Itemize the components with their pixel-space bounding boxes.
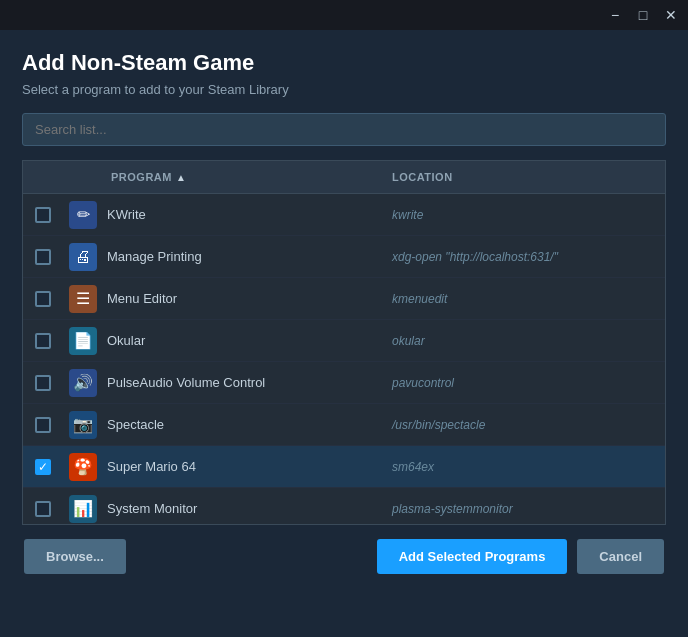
row-location: sm64ex — [384, 452, 665, 482]
row-checkbox-cell: ✓ — [23, 459, 63, 475]
app-icon: 🍄 — [69, 453, 97, 481]
row-location: kmenuedit — [384, 284, 665, 314]
table-row[interactable]: ✏ KWrite kwrite — [23, 194, 665, 236]
footer-right: Add Selected Programs Cancel — [377, 539, 664, 574]
close-button[interactable]: ✕ — [658, 4, 684, 26]
row-name: KWrite — [103, 199, 384, 230]
cancel-button[interactable]: Cancel — [577, 539, 664, 574]
col-icon — [63, 161, 103, 193]
col-program: PROGRAM ▲ — [103, 161, 384, 193]
dialog-title: Add Non-Steam Game — [22, 50, 666, 76]
row-checkbox[interactable]: ✓ — [35, 459, 51, 475]
app-icon: ☰ — [69, 285, 97, 313]
row-location: pavucontrol — [384, 368, 665, 398]
sort-arrow-icon: ▲ — [176, 172, 186, 183]
row-checkbox[interactable] — [35, 207, 51, 223]
app-icon: ✏ — [69, 201, 97, 229]
row-checkbox-cell — [23, 417, 63, 433]
col-location: LOCATION — [384, 161, 665, 193]
row-checkbox[interactable] — [35, 291, 51, 307]
minimize-button[interactable]: − — [602, 4, 628, 26]
app-icon: 🔊 — [69, 369, 97, 397]
row-checkbox[interactable] — [35, 249, 51, 265]
row-location: /usr/bin/spectacle — [384, 410, 665, 440]
row-icon-cell: 📷 — [63, 411, 103, 439]
row-checkbox[interactable] — [35, 501, 51, 517]
table-row[interactable]: 🖨 Manage Printing xdg-open "http://local… — [23, 236, 665, 278]
title-bar: − □ ✕ — [0, 0, 688, 30]
row-checkbox[interactable] — [35, 333, 51, 349]
row-icon-cell: 🖨 — [63, 243, 103, 271]
table-body: ✏ KWrite kwrite 🖨 Manage Printing xdg-op… — [23, 194, 665, 525]
table-header: PROGRAM ▲ LOCATION — [23, 161, 665, 194]
app-icon: 🖨 — [69, 243, 97, 271]
table-row[interactable]: ✓ 🍄 Super Mario 64 sm64ex — [23, 446, 665, 488]
table-row[interactable]: 📊 System Monitor plasma-systemmonitor — [23, 488, 665, 525]
table-row[interactable]: ☰ Menu Editor kmenuedit — [23, 278, 665, 320]
program-table: PROGRAM ▲ LOCATION ✏ KWrite kwrite — [22, 160, 666, 525]
table-row[interactable]: 📷 Spectacle /usr/bin/spectacle — [23, 404, 665, 446]
table-row[interactable]: 📄 Okular okular — [23, 320, 665, 362]
row-checkbox[interactable] — [35, 375, 51, 391]
maximize-button[interactable]: □ — [630, 4, 656, 26]
row-checkbox-cell — [23, 249, 63, 265]
row-name: Menu Editor — [103, 283, 384, 314]
row-location: kwrite — [384, 200, 665, 230]
app-icon: 📷 — [69, 411, 97, 439]
table-row[interactable]: 🔊 PulseAudio Volume Control pavucontrol — [23, 362, 665, 404]
row-icon-cell: 🍄 — [63, 453, 103, 481]
row-checkbox-cell — [23, 207, 63, 223]
row-checkbox-cell — [23, 501, 63, 517]
app-icon: 📊 — [69, 495, 97, 523]
app-icon: 📄 — [69, 327, 97, 355]
row-location: okular — [384, 326, 665, 356]
row-checkbox-cell — [23, 333, 63, 349]
row-name: Manage Printing — [103, 241, 384, 272]
dialog-subtitle: Select a program to add to your Steam Li… — [22, 82, 666, 97]
row-name: Spectacle — [103, 409, 384, 440]
row-name: Okular — [103, 325, 384, 356]
row-icon-cell: ✏ — [63, 201, 103, 229]
dialog: Add Non-Steam Game Select a program to a… — [0, 30, 688, 590]
search-input[interactable] — [22, 113, 666, 146]
row-icon-cell: 📊 — [63, 495, 103, 523]
add-selected-button[interactable]: Add Selected Programs — [377, 539, 568, 574]
row-checkbox-cell — [23, 291, 63, 307]
browse-button[interactable]: Browse... — [24, 539, 126, 574]
row-checkbox-cell — [23, 375, 63, 391]
row-location: plasma-systemmonitor — [384, 494, 665, 524]
row-name: System Monitor — [103, 493, 384, 524]
row-location: xdg-open "http://localhost:631/" — [384, 242, 665, 272]
row-name: Super Mario 64 — [103, 451, 384, 482]
row-icon-cell: ☰ — [63, 285, 103, 313]
row-icon-cell: 🔊 — [63, 369, 103, 397]
row-checkbox[interactable] — [35, 417, 51, 433]
row-icon-cell: 📄 — [63, 327, 103, 355]
footer: Browse... Add Selected Programs Cancel — [22, 539, 666, 574]
col-check — [23, 161, 63, 193]
row-name: PulseAudio Volume Control — [103, 367, 384, 398]
